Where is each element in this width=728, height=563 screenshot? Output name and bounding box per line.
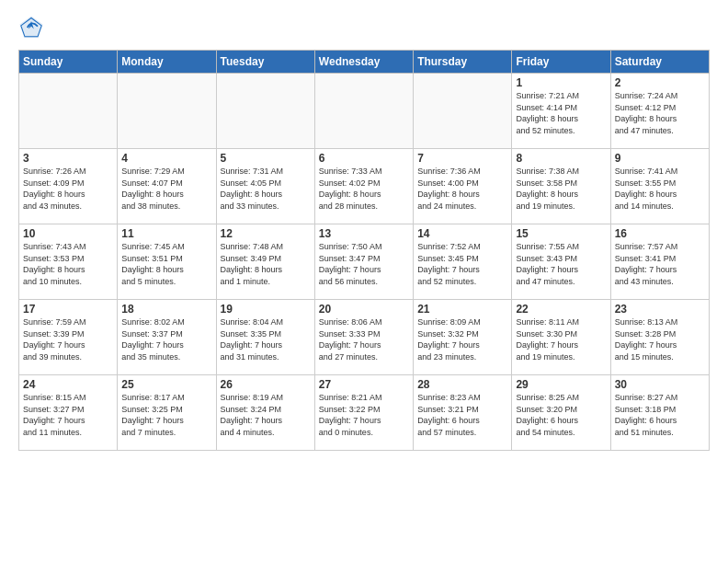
day-info: Sunrise: 7:38 AM Sunset: 3:58 PM Dayligh… xyxy=(516,166,606,212)
day-info: Sunrise: 8:19 AM Sunset: 3:24 PM Dayligh… xyxy=(221,392,311,438)
day-number: 14 xyxy=(417,227,507,240)
calendar: SundayMondayTuesdayWednesdayThursdayFrid… xyxy=(18,50,710,451)
day-number: 3 xyxy=(23,152,113,165)
day-number: 5 xyxy=(221,152,311,165)
calendar-cell: 23Sunrise: 8:13 AM Sunset: 3:28 PM Dayli… xyxy=(610,300,709,375)
calendar-cell xyxy=(314,74,413,149)
day-info: Sunrise: 7:48 AM Sunset: 3:49 PM Dayligh… xyxy=(221,241,311,287)
day-number: 21 xyxy=(417,303,507,316)
day-number: 18 xyxy=(121,303,211,316)
day-info: Sunrise: 7:59 AM Sunset: 3:39 PM Dayligh… xyxy=(23,316,113,362)
calendar-cell: 18Sunrise: 8:02 AM Sunset: 3:37 PM Dayli… xyxy=(118,300,216,375)
day-info: Sunrise: 7:26 AM Sunset: 4:09 PM Dayligh… xyxy=(23,166,113,212)
col-header-saturday: Saturday xyxy=(610,51,709,74)
calendar-cell: 12Sunrise: 7:48 AM Sunset: 3:49 PM Dayli… xyxy=(216,224,314,300)
day-info: Sunrise: 7:55 AM Sunset: 3:43 PM Dayligh… xyxy=(516,241,606,287)
calendar-cell: 10Sunrise: 7:43 AM Sunset: 3:53 PM Dayli… xyxy=(19,224,118,300)
col-header-thursday: Thursday xyxy=(414,51,512,74)
logo xyxy=(18,15,48,40)
calendar-cell: 7Sunrise: 7:36 AM Sunset: 4:00 PM Daylig… xyxy=(414,149,512,224)
day-number: 8 xyxy=(516,152,606,165)
day-number: 25 xyxy=(121,378,211,391)
calendar-cell: 13Sunrise: 7:50 AM Sunset: 3:47 PM Dayli… xyxy=(314,224,413,300)
col-header-monday: Monday xyxy=(118,51,216,74)
day-number: 11 xyxy=(121,227,211,240)
col-header-wednesday: Wednesday xyxy=(314,51,413,74)
day-number: 1 xyxy=(516,76,606,89)
day-info: Sunrise: 7:36 AM Sunset: 4:00 PM Dayligh… xyxy=(417,166,507,212)
day-number: 22 xyxy=(516,303,606,316)
day-number: 23 xyxy=(615,303,705,316)
day-number: 16 xyxy=(615,227,705,240)
day-info: Sunrise: 7:29 AM Sunset: 4:07 PM Dayligh… xyxy=(121,166,211,212)
day-info: Sunrise: 7:52 AM Sunset: 3:45 PM Dayligh… xyxy=(417,241,507,287)
col-header-friday: Friday xyxy=(512,51,610,74)
day-number: 24 xyxy=(23,378,113,391)
col-header-tuesday: Tuesday xyxy=(216,51,314,74)
calendar-cell: 6Sunrise: 7:33 AM Sunset: 4:02 PM Daylig… xyxy=(314,149,413,224)
day-number: 19 xyxy=(221,303,311,316)
day-number: 13 xyxy=(319,227,409,240)
day-info: Sunrise: 7:45 AM Sunset: 3:51 PM Dayligh… xyxy=(121,241,211,287)
day-number: 9 xyxy=(615,152,705,165)
day-number: 17 xyxy=(23,303,113,316)
day-info: Sunrise: 8:23 AM Sunset: 3:21 PM Dayligh… xyxy=(417,392,507,438)
day-info: Sunrise: 7:24 AM Sunset: 4:12 PM Dayligh… xyxy=(615,90,705,136)
calendar-cell: 14Sunrise: 7:52 AM Sunset: 3:45 PM Dayli… xyxy=(414,224,512,300)
week-row-0: 1Sunrise: 7:21 AM Sunset: 4:14 PM Daylig… xyxy=(19,74,710,149)
calendar-cell: 30Sunrise: 8:27 AM Sunset: 3:18 PM Dayli… xyxy=(610,375,709,451)
calendar-cell: 20Sunrise: 8:06 AM Sunset: 3:33 PM Dayli… xyxy=(314,300,413,375)
day-info: Sunrise: 8:15 AM Sunset: 3:27 PM Dayligh… xyxy=(23,392,113,438)
col-header-sunday: Sunday xyxy=(19,51,118,74)
week-row-4: 24Sunrise: 8:15 AM Sunset: 3:27 PM Dayli… xyxy=(19,375,710,451)
day-info: Sunrise: 7:50 AM Sunset: 3:47 PM Dayligh… xyxy=(319,241,409,287)
day-number: 26 xyxy=(221,378,311,391)
day-number: 29 xyxy=(516,378,606,391)
day-number: 20 xyxy=(319,303,409,316)
calendar-cell: 25Sunrise: 8:17 AM Sunset: 3:25 PM Dayli… xyxy=(118,375,216,451)
day-info: Sunrise: 7:43 AM Sunset: 3:53 PM Dayligh… xyxy=(23,241,113,287)
header xyxy=(18,15,710,40)
calendar-cell: 11Sunrise: 7:45 AM Sunset: 3:51 PM Dayli… xyxy=(118,224,216,300)
day-info: Sunrise: 8:11 AM Sunset: 3:30 PM Dayligh… xyxy=(516,316,606,362)
day-info: Sunrise: 7:21 AM Sunset: 4:14 PM Dayligh… xyxy=(516,90,606,136)
day-info: Sunrise: 8:04 AM Sunset: 3:35 PM Dayligh… xyxy=(221,316,311,362)
page: SundayMondayTuesdayWednesdayThursdayFrid… xyxy=(0,0,728,563)
header-row: SundayMondayTuesdayWednesdayThursdayFrid… xyxy=(19,51,710,74)
calendar-cell: 3Sunrise: 7:26 AM Sunset: 4:09 PM Daylig… xyxy=(19,149,118,224)
day-number: 30 xyxy=(615,378,705,391)
calendar-cell: 4Sunrise: 7:29 AM Sunset: 4:07 PM Daylig… xyxy=(118,149,216,224)
calendar-cell: 29Sunrise: 8:25 AM Sunset: 3:20 PM Dayli… xyxy=(512,375,610,451)
day-info: Sunrise: 8:25 AM Sunset: 3:20 PM Dayligh… xyxy=(516,392,606,438)
calendar-cell: 1Sunrise: 7:21 AM Sunset: 4:14 PM Daylig… xyxy=(512,74,610,149)
day-info: Sunrise: 7:57 AM Sunset: 3:41 PM Dayligh… xyxy=(615,241,705,287)
day-number: 6 xyxy=(319,152,409,165)
day-info: Sunrise: 8:27 AM Sunset: 3:18 PM Dayligh… xyxy=(615,392,705,438)
day-number: 12 xyxy=(221,227,311,240)
week-row-1: 3Sunrise: 7:26 AM Sunset: 4:09 PM Daylig… xyxy=(19,149,710,224)
day-info: Sunrise: 8:17 AM Sunset: 3:25 PM Dayligh… xyxy=(121,392,211,438)
calendar-cell: 28Sunrise: 8:23 AM Sunset: 3:21 PM Dayli… xyxy=(414,375,512,451)
calendar-cell xyxy=(118,74,216,149)
day-info: Sunrise: 8:13 AM Sunset: 3:28 PM Dayligh… xyxy=(615,316,705,362)
calendar-cell: 2Sunrise: 7:24 AM Sunset: 4:12 PM Daylig… xyxy=(610,74,709,149)
calendar-cell xyxy=(216,74,314,149)
calendar-cell: 5Sunrise: 7:31 AM Sunset: 4:05 PM Daylig… xyxy=(216,149,314,224)
day-info: Sunrise: 8:09 AM Sunset: 3:32 PM Dayligh… xyxy=(417,316,507,362)
calendar-cell: 26Sunrise: 8:19 AM Sunset: 3:24 PM Dayli… xyxy=(216,375,314,451)
day-info: Sunrise: 7:31 AM Sunset: 4:05 PM Dayligh… xyxy=(221,166,311,212)
day-number: 7 xyxy=(417,152,507,165)
calendar-cell xyxy=(19,74,118,149)
calendar-cell: 19Sunrise: 8:04 AM Sunset: 3:35 PM Dayli… xyxy=(216,300,314,375)
day-info: Sunrise: 8:06 AM Sunset: 3:33 PM Dayligh… xyxy=(319,316,409,362)
week-row-2: 10Sunrise: 7:43 AM Sunset: 3:53 PM Dayli… xyxy=(19,224,710,300)
calendar-cell: 16Sunrise: 7:57 AM Sunset: 3:41 PM Dayli… xyxy=(610,224,709,300)
day-number: 27 xyxy=(319,378,409,391)
svg-marker-0 xyxy=(19,16,42,38)
calendar-cell: 22Sunrise: 8:11 AM Sunset: 3:30 PM Dayli… xyxy=(512,300,610,375)
day-info: Sunrise: 8:21 AM Sunset: 3:22 PM Dayligh… xyxy=(319,392,409,438)
day-info: Sunrise: 8:02 AM Sunset: 3:37 PM Dayligh… xyxy=(121,316,211,362)
calendar-cell: 24Sunrise: 8:15 AM Sunset: 3:27 PM Dayli… xyxy=(19,375,118,451)
calendar-cell xyxy=(414,74,512,149)
day-number: 4 xyxy=(121,152,211,165)
